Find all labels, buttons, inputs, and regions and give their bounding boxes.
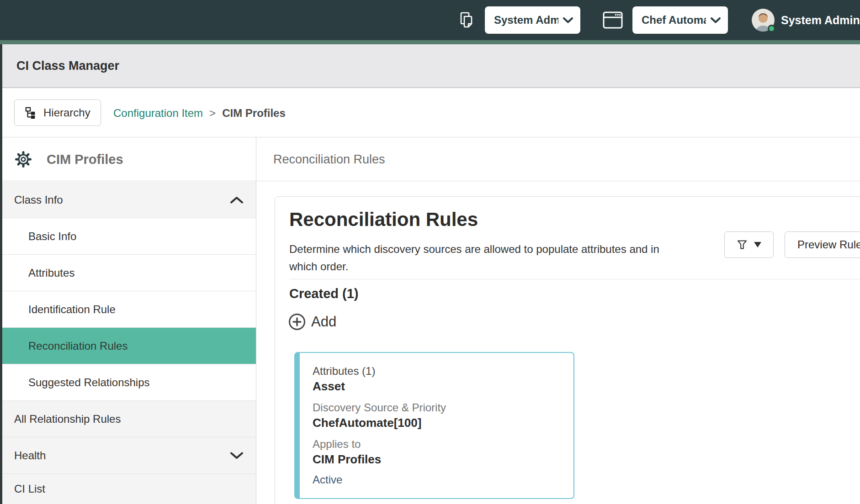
topbar: System Administrator Chef Automate <box>0 0 860 40</box>
filter-funnel-icon <box>737 239 748 250</box>
ci-class-manager-screen: System Administrator Chef Automate <box>0 0 860 504</box>
gear-icon <box>14 150 33 169</box>
sidebar-title: CIM Profiles <box>47 152 123 167</box>
chevron-down-icon <box>711 17 721 23</box>
toolbar: Hierarchy Configuration Item > CIM Profi… <box>0 89 860 137</box>
sidebar-item-ci-list[interactable]: CI List <box>0 474 256 504</box>
rule-source-value: ChefAutomate[100] <box>313 415 562 430</box>
caret-down-icon <box>754 242 761 247</box>
sidebar-item-label: Reconciliation Rules <box>28 340 127 352</box>
reconciliation-rule-item[interactable]: Attributes (1) Asset Discovery Source & … <box>294 352 574 499</box>
title-bar: CI Class Manager <box>0 44 860 88</box>
section-title: Reconciliation Rules <box>289 209 478 231</box>
sidebar-item-reconciliation-rules[interactable]: Reconciliation Rules <box>0 328 256 364</box>
main-content: Reconciliation Rules Determine which dis… <box>256 182 860 504</box>
sidebar-item-basic-info[interactable]: Basic Info <box>0 218 256 255</box>
add-rule-button[interactable]: Add <box>288 313 336 331</box>
rule-attributes-value: Asset <box>313 378 562 394</box>
hierarchy-icon <box>25 106 37 119</box>
brand-strip <box>0 40 860 44</box>
reconciliation-rules-card: Reconciliation Rules Determine which dis… <box>275 196 860 504</box>
left-edge-strip <box>0 44 2 504</box>
rule-status-badge: Active <box>313 473 562 486</box>
chevron-up-icon <box>230 196 244 204</box>
sidebar-item-label: Class Info <box>14 194 63 206</box>
app-picker-dropdown[interactable]: Chef Automate <box>632 6 728 34</box>
sidebar-item-class-info[interactable]: Class Info <box>0 182 256 218</box>
role-picker-value: System Administrator <box>494 14 558 26</box>
presence-indicator <box>768 25 775 32</box>
sidebar-header: CIM Profiles <box>0 137 256 181</box>
user-avatar[interactable] <box>752 9 775 31</box>
app-picker-value: Chef Automate <box>642 14 706 26</box>
rule-attributes-label: Attributes (1) <box>313 364 562 378</box>
copy-icon <box>457 11 476 29</box>
sidebar-item-label: Identification Rule <box>28 303 116 316</box>
sidebar-item-label: Basic Info <box>28 230 76 243</box>
sidebar-item-health[interactable]: Health <box>0 437 256 474</box>
sidebar-divider <box>256 137 256 504</box>
hierarchy-button[interactable]: Hierarchy <box>14 100 101 126</box>
hierarchy-label: Hierarchy <box>43 106 90 119</box>
sidebar-item-label: CI List <box>14 483 45 495</box>
sidebar-item-identification-rule[interactable]: Identification Rule <box>0 291 256 328</box>
chevron-down-icon <box>230 452 244 460</box>
sidebar-item-all-relationship-rules[interactable]: All Relationship Rules <box>0 401 256 437</box>
preview-rule-button[interactable]: Preview Rule <box>785 231 860 258</box>
page-title: CI Class Manager <box>16 59 119 73</box>
window-icon <box>603 11 623 29</box>
sidebar-item-attributes[interactable]: Attributes <box>0 255 256 291</box>
app-window-icon[interactable] <box>602 10 624 30</box>
chevron-down-icon <box>563 17 573 23</box>
plus-circle-icon <box>288 313 306 331</box>
breadcrumb-separator: > <box>209 107 216 120</box>
panel-title: Reconciliation Rules <box>273 137 385 181</box>
role-picker-dropdown[interactable]: System Administrator <box>485 6 580 34</box>
rule-applies-value: CIM Profiles <box>313 452 562 467</box>
rule-source-label: Discovery Source & Priority <box>313 400 562 415</box>
breadcrumb: Configuration Item > CIM Profiles <box>113 89 286 137</box>
created-heading: Created (1) <box>289 286 359 301</box>
filter-button[interactable] <box>724 231 774 258</box>
add-label: Add <box>311 314 336 330</box>
sidebar-item-suggested-relationships[interactable]: Suggested Relationships <box>0 364 256 401</box>
section-divider <box>289 279 860 279</box>
section-description: Determine which discovery sources are al… <box>289 241 675 275</box>
sidebar-item-label: Attributes <box>28 267 74 279</box>
sidebar-item-label: All Relationship Rules <box>14 413 121 425</box>
sidebar-item-label: Health <box>14 449 46 462</box>
page-copy-icon[interactable] <box>456 10 477 30</box>
breadcrumb-parent-link[interactable]: Configuration Item <box>113 107 203 120</box>
header-band: CIM Profiles Reconciliation Rules <box>0 137 860 181</box>
sidebar-item-label: Suggested Relationships <box>28 376 150 389</box>
rule-applies-label: Applies to <box>313 437 562 452</box>
sidebar-nav: Class Info Basic Info Attributes Identif… <box>0 182 256 504</box>
user-name[interactable]: System Administrator <box>781 0 860 40</box>
breadcrumb-current: CIM Profiles <box>222 107 286 120</box>
